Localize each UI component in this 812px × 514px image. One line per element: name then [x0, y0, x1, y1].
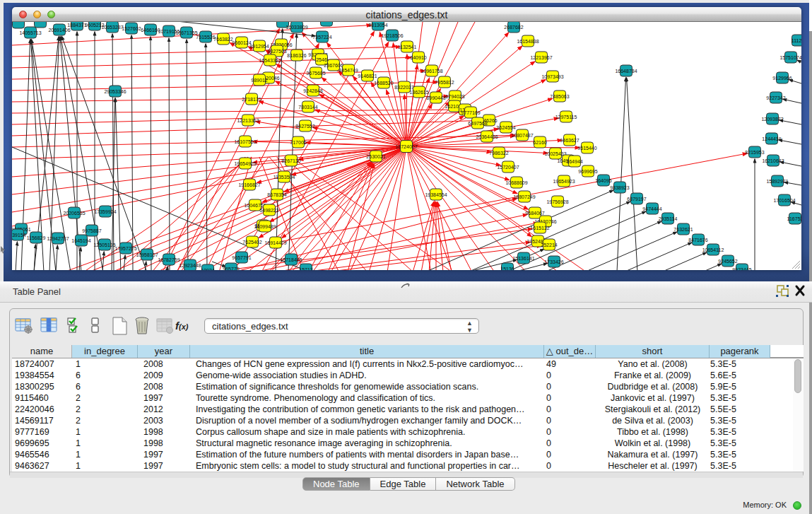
svg-text:164944: 164944: [566, 159, 582, 164]
svg-text:252214: 252214: [541, 243, 557, 247]
svg-text:10807487: 10807487: [511, 133, 533, 138]
svg-text:989012: 989012: [251, 78, 267, 83]
svg-text:9463627: 9463627: [560, 138, 579, 143]
svg-text:15136141: 15136141: [512, 256, 534, 261]
svg-text:12942737: 12942737: [47, 236, 69, 241]
svg-text:2546: 2546: [316, 57, 327, 62]
svg-text:3675685: 3675685: [306, 71, 325, 76]
svg-text:7625402: 7625402: [242, 240, 261, 245]
svg-text:19218506: 19218506: [381, 33, 403, 38]
svg-text:717006: 717006: [290, 140, 306, 145]
svg-text:16671355: 16671355: [175, 30, 197, 35]
svg-text:10958107: 10958107: [136, 252, 158, 257]
svg-text:1156829: 1156829: [27, 235, 46, 240]
svg-text:8471676: 8471676: [688, 238, 707, 243]
svg-text:8912954: 8912954: [249, 44, 269, 49]
svg-text:9975887: 9975887: [82, 228, 101, 233]
svg-text:7485063: 7485063: [550, 94, 569, 99]
svg-text:9146821: 9146821: [358, 74, 377, 78]
svg-text:9657791: 9657791: [232, 255, 251, 260]
svg-text:9245652: 9245652: [718, 259, 737, 264]
svg-text:2530021: 2530021: [366, 154, 385, 159]
svg-text:965779: 965779: [223, 267, 239, 271]
svg-text:5498222: 5498222: [259, 208, 278, 213]
svg-text:8813054: 8813054: [368, 23, 387, 28]
svg-text:7955812: 7955812: [435, 80, 454, 85]
svg-text:116753: 116753: [787, 216, 801, 221]
svg-text:10653287: 10653287: [101, 25, 123, 30]
svg-text:164095: 164095: [595, 178, 611, 183]
svg-text:6497568: 6497568: [468, 121, 487, 126]
svg-text:16210643: 16210643: [762, 158, 784, 163]
svg-text:62160: 62160: [533, 140, 547, 145]
svg-text:7632621: 7632621: [673, 227, 693, 232]
svg-text:15136: 15136: [500, 267, 514, 271]
svg-text:1884371: 1884371: [67, 23, 86, 28]
svg-text:9129966: 9129966: [772, 76, 792, 81]
svg-text:10973493: 10973493: [541, 74, 563, 79]
svg-text:18724007: 18724007: [395, 144, 417, 149]
svg-text:20691406: 20691406: [48, 28, 70, 33]
svg-text:20364436: 20364436: [476, 134, 498, 139]
svg-text:15751074: 15751074: [779, 55, 801, 60]
svg-text:12505135: 12505135: [93, 243, 115, 247]
svg-text:7515526: 7515526: [196, 35, 215, 40]
svg-text:19166827: 19166827: [238, 182, 260, 187]
svg-text:17957275: 17957275: [114, 246, 136, 251]
svg-text:9684067: 9684067: [525, 211, 544, 216]
svg-text:15718485: 15718485: [280, 257, 302, 262]
svg-text:7986322: 7986322: [489, 151, 508, 156]
svg-text:9227342: 9227342: [766, 95, 785, 100]
svg-text:1615132: 1615132: [530, 226, 549, 230]
svg-text:16914479: 16914479: [264, 240, 286, 245]
svg-text:10046755: 10046755: [244, 203, 266, 208]
svg-text:12923448: 12923448: [179, 263, 201, 268]
svg-text:10934: 10934: [201, 268, 215, 271]
svg-text:8267130: 8267130: [281, 158, 300, 163]
svg-text:9660124: 9660124: [232, 40, 251, 45]
svg-text:2935114: 2935114: [659, 216, 678, 221]
svg-text:9327503: 9327503: [267, 49, 286, 54]
svg-text:15720407: 15720407: [497, 165, 519, 170]
svg-text:7803144: 7803144: [298, 105, 317, 110]
svg-text:8186326: 8186326: [287, 53, 306, 58]
svg-text:19654923: 19654923: [553, 179, 575, 184]
svg-text:1362615: 1362615: [409, 90, 428, 95]
svg-text:12213967: 12213967: [530, 55, 552, 60]
svg-text:2687682: 2687682: [504, 25, 523, 30]
svg-text:12975115: 12975115: [555, 115, 577, 119]
svg-text:16782759: 16782759: [158, 257, 180, 262]
svg-text:8678354: 8678354: [267, 192, 286, 197]
svg-text:1244419: 1244419: [762, 136, 781, 141]
svg-text:9474444: 9474444: [642, 206, 661, 211]
svg-text:16154838: 16154838: [517, 39, 539, 44]
svg-text:1527602: 1527602: [122, 26, 141, 31]
svg-text:1132541: 1132541: [398, 45, 417, 49]
svg-text:16543362: 16543362: [259, 58, 281, 63]
svg-text:9699695: 9699695: [578, 169, 597, 174]
svg-text:29053346: 29053346: [104, 89, 126, 94]
svg-text:16107553: 16107553: [234, 139, 256, 144]
svg-text:10688609: 10688609: [505, 180, 527, 185]
svg-text:2718170: 2718170: [242, 97, 261, 102]
svg-text:14055713: 14055713: [19, 30, 41, 35]
svg-text:640910: 640910: [410, 55, 426, 60]
svg-text:19654925: 19654925: [234, 161, 256, 166]
svg-text:16648784: 16648784: [615, 69, 637, 74]
svg-text:1588520: 1588520: [374, 81, 393, 86]
svg-text:12093872: 12093872: [761, 117, 783, 122]
svg-text:12213363: 12213363: [237, 118, 259, 123]
svg-text:9838923: 9838923: [610, 185, 629, 190]
svg-text:1733426: 1733426: [544, 259, 563, 264]
svg-text:16033809: 16033809: [286, 25, 307, 30]
svg-text:8215953: 8215953: [745, 150, 764, 155]
svg-text:8454749: 8454749: [339, 68, 358, 73]
svg-text:7663822: 7663822: [213, 37, 233, 42]
svg-text:14099489: 14099489: [254, 224, 276, 229]
svg-text:10961758: 10961758: [420, 69, 442, 74]
svg-text:15892971: 15892971: [766, 179, 788, 184]
svg-text:9923445: 9923445: [732, 267, 751, 271]
svg-text:17359924: 17359924: [94, 209, 116, 214]
svg-text:19384554: 19384554: [425, 192, 447, 197]
svg-text:6794028: 6794028: [445, 94, 464, 99]
